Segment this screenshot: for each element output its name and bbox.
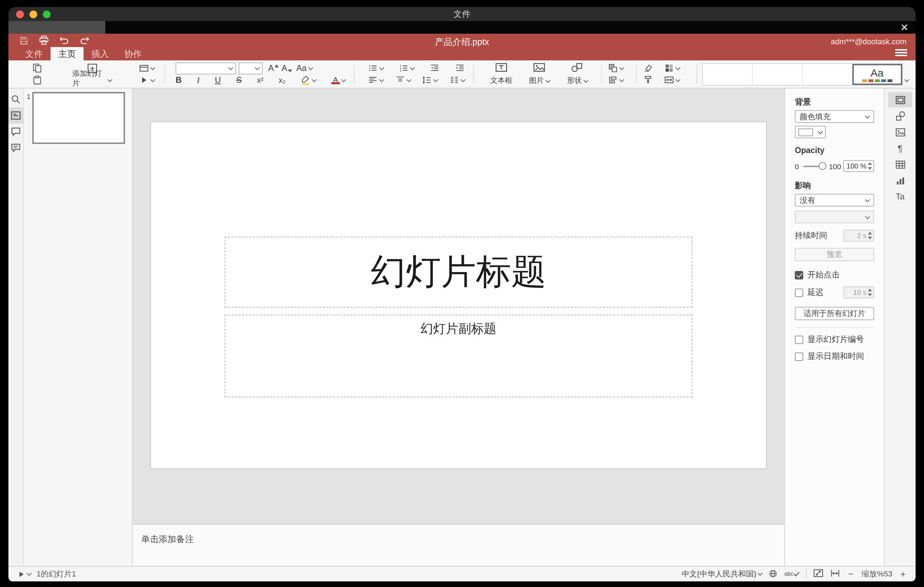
- search-panel-button[interactable]: [8, 91, 23, 107]
- clear-style-button[interactable]: [643, 63, 653, 74]
- slides-panel-button[interactable]: [8, 107, 23, 124]
- theme-gallery-expand-button[interactable]: [903, 72, 909, 84]
- theme-sample-text: Aa: [871, 67, 884, 77]
- superscript-button[interactable]: x²: [257, 74, 263, 86]
- highlighter-icon: [301, 75, 311, 85]
- add-slide-button[interactable]: 添加幻灯片: [64, 63, 119, 86]
- show-date-time-label: 显示日期和时间: [807, 351, 864, 362]
- chevron-down-icon: [27, 571, 31, 576]
- subscript-button[interactable]: x₂: [279, 74, 286, 86]
- slider-knob[interactable]: [819, 162, 827, 170]
- background-color-dropdown[interactable]: [795, 126, 826, 139]
- strikethrough-button[interactable]: S: [236, 74, 242, 86]
- chevron-down-icon: [410, 65, 415, 70]
- slide-title-placeholder[interactable]: 幻灯片标题: [225, 236, 692, 307]
- insert-image-button[interactable]: 图片: [522, 63, 556, 86]
- fit-to-width-button[interactable]: [830, 568, 840, 580]
- show-slide-number-checkbox[interactable]: [795, 335, 803, 344]
- theme-option[interactable]: [703, 64, 753, 85]
- chevron-down-icon: [583, 77, 588, 82]
- close-editor-button[interactable]: ✕: [901, 21, 909, 34]
- line-spacing-button[interactable]: [422, 74, 438, 86]
- font-color-button[interactable]: A: [332, 74, 345, 86]
- decrease-font-size-button[interactable]: A: [282, 63, 292, 74]
- insert-textbox-button[interactable]: 文本框: [485, 63, 518, 86]
- font-name-combo[interactable]: [175, 62, 236, 74]
- slide-thumbnail-number: 1: [27, 93, 31, 101]
- spinner-arrows[interactable]: [868, 162, 872, 170]
- bold-button[interactable]: B: [175, 74, 182, 86]
- comments-panel-button[interactable]: [8, 124, 23, 140]
- underline-button[interactable]: U: [215, 74, 221, 86]
- text-art-settings-tab[interactable]: Ta: [888, 189, 912, 204]
- align-shape-button[interactable]: [608, 74, 624, 86]
- slide-settings-tab[interactable]: [888, 92, 912, 107]
- arrange-shape-button[interactable]: [608, 63, 624, 74]
- start-on-click-checkbox[interactable]: [795, 271, 803, 279]
- document-language-button[interactable]: [768, 569, 778, 580]
- opacity-slider[interactable]: [803, 165, 825, 167]
- spellcheck-button[interactable]: abc: [784, 571, 800, 577]
- close-window-button[interactable]: [16, 10, 24, 18]
- theme-option[interactable]: [802, 64, 852, 85]
- effect-dropdown[interactable]: 没有: [795, 194, 874, 206]
- table-settings-tab[interactable]: [888, 157, 912, 172]
- copy-button[interactable]: [32, 63, 42, 74]
- font-size-combo[interactable]: [239, 62, 262, 74]
- opacity-spinner[interactable]: 100 %: [843, 160, 874, 172]
- chart-settings-tab[interactable]: [888, 173, 912, 188]
- image-icon: [533, 63, 546, 73]
- chevron-down-icon: [406, 77, 411, 82]
- increase-indent-button[interactable]: [455, 63, 465, 74]
- language-selector[interactable]: 中文(中华人民共和国): [681, 569, 762, 580]
- shape-settings-tab[interactable]: [888, 108, 912, 124]
- chevron-down-icon: [255, 65, 260, 70]
- start-slideshow-button[interactable]: [139, 74, 155, 86]
- theme-option[interactable]: [753, 64, 802, 85]
- paragraph-settings-tab[interactable]: ¶: [888, 140, 912, 156]
- italic-button[interactable]: I: [197, 74, 200, 86]
- increase-font-size-button[interactable]: A: [268, 63, 279, 74]
- chat-panel-button[interactable]: [8, 140, 23, 156]
- numbering-button[interactable]: [399, 63, 414, 74]
- slide[interactable]: 幻灯片标题 幻灯片副标题: [151, 122, 766, 468]
- columns-button[interactable]: [449, 74, 465, 86]
- notes-area[interactable]: 单击添加备注: [133, 524, 784, 566]
- paste-button[interactable]: [32, 74, 42, 86]
- horizontal-align-button[interactable]: [368, 74, 383, 86]
- vertical-align-button[interactable]: [395, 74, 411, 86]
- fit-width-icon: [830, 568, 840, 579]
- bullets-button[interactable]: [368, 63, 383, 74]
- decrease-indent-button[interactable]: [430, 63, 439, 74]
- tab-collaboration[interactable]: 协作: [117, 47, 150, 60]
- tab-home[interactable]: 主页: [51, 47, 84, 60]
- image-settings-tab[interactable]: [888, 124, 912, 140]
- shape-icon: [571, 63, 584, 73]
- background-fill-dropdown[interactable]: 颜色填充: [795, 110, 874, 123]
- show-date-time-checkbox[interactable]: [795, 352, 803, 361]
- canvas-area[interactable]: 幻灯片标题 幻灯片副标题: [133, 89, 784, 524]
- tab-insert[interactable]: 插入: [84, 47, 117, 60]
- tab-file[interactable]: 文件: [18, 47, 51, 60]
- slide-size-button[interactable]: [664, 74, 680, 86]
- insert-shape-button[interactable]: 形状: [560, 63, 594, 86]
- maximize-window-button[interactable]: [43, 10, 51, 18]
- theme-option-selected[interactable]: Aa: [852, 64, 902, 85]
- fit-to-slide-button[interactable]: [813, 568, 823, 580]
- slide-subtitle-placeholder[interactable]: 幻灯片副标题: [225, 314, 692, 397]
- change-case-button[interactable]: Aa: [296, 63, 312, 74]
- document-title: 产品介绍.pptx: [8, 36, 916, 48]
- highlight-color-button[interactable]: [301, 74, 316, 86]
- delay-checkbox[interactable]: [795, 288, 803, 297]
- zoom-in-button[interactable]: +: [899, 569, 907, 579]
- play-icon: [17, 570, 25, 578]
- change-layout-button[interactable]: [139, 63, 155, 74]
- apply-to-all-slides-button[interactable]: 适用于所有幻灯片: [795, 307, 874, 320]
- color-scheme-button[interactable]: [664, 63, 680, 74]
- zoom-out-button[interactable]: −: [847, 569, 855, 579]
- minimize-window-button[interactable]: [30, 10, 37, 18]
- hamburger-menu-button[interactable]: [895, 48, 907, 58]
- copy-style-button[interactable]: [643, 74, 653, 86]
- start-slideshow-status-button[interactable]: [17, 569, 31, 580]
- slide-thumbnail[interactable]: [32, 92, 125, 144]
